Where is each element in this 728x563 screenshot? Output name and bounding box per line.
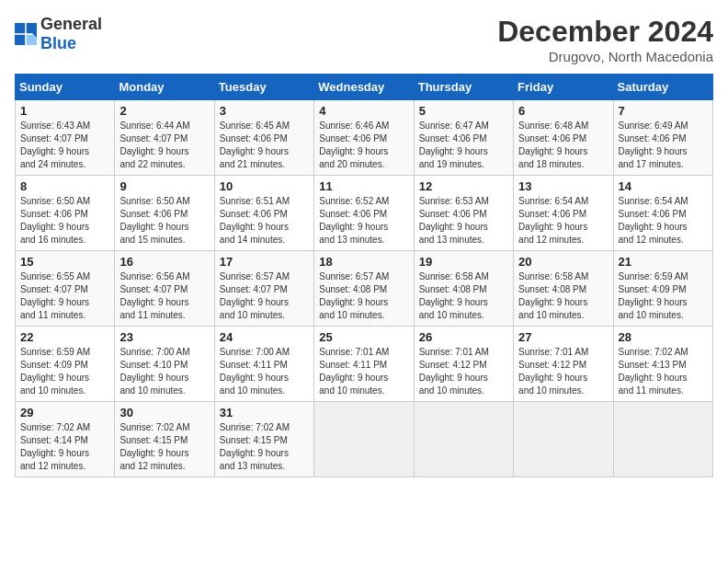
calendar-cell: [414, 402, 513, 477]
logo-text-wrapper: General Blue: [40, 15, 102, 53]
day-info: Sunrise: 6:57 AMSunset: 4:07 PMDaylight:…: [220, 270, 309, 322]
calendar-cell: 21Sunrise: 6:59 AMSunset: 4:09 PMDayligh…: [613, 251, 712, 327]
calendar-cell: 5Sunrise: 6:47 AMSunset: 4:06 PMDaylight…: [414, 100, 513, 176]
calendar-cell: 29Sunrise: 7:02 AMSunset: 4:14 PMDayligh…: [16, 402, 115, 477]
day-info: Sunrise: 6:57 AMSunset: 4:08 PMDaylight:…: [319, 270, 408, 322]
calendar-cell: 26Sunrise: 7:01 AMSunset: 4:12 PMDayligh…: [414, 327, 513, 402]
day-info: Sunrise: 7:02 AMSunset: 4:15 PMDaylight:…: [220, 421, 309, 473]
day-info: Sunrise: 6:46 AMSunset: 4:06 PMDaylight:…: [319, 120, 408, 171]
day-number: 27: [518, 330, 608, 344]
day-number: 23: [119, 330, 209, 344]
calendar-header-thursday: Thursday: [414, 75, 513, 100]
day-info: Sunrise: 7:01 AMSunset: 4:12 PMDaylight:…: [518, 346, 608, 397]
calendar-header-saturday: Saturday: [613, 75, 712, 100]
calendar-cell: 3Sunrise: 6:45 AMSunset: 4:06 PMDaylight…: [214, 100, 313, 176]
calendar-cell: 23Sunrise: 7:00 AMSunset: 4:10 PMDayligh…: [115, 327, 214, 402]
location-title: Drugovo, North Macedonia: [497, 49, 713, 64]
calendar-header-monday: Monday: [115, 75, 214, 100]
day-info: Sunrise: 6:59 AMSunset: 4:09 PMDaylight:…: [20, 346, 109, 397]
day-info: Sunrise: 6:50 AMSunset: 4:06 PMDaylight:…: [119, 195, 209, 247]
calendar-row: 15Sunrise: 6:55 AMSunset: 4:07 PMDayligh…: [16, 251, 713, 327]
calendar-cell: 2Sunrise: 6:44 AMSunset: 4:07 PMDaylight…: [115, 100, 214, 176]
calendar-header-friday: Friday: [514, 75, 613, 100]
day-number: 3: [220, 104, 309, 118]
calendar-row: 22Sunrise: 6:59 AMSunset: 4:09 PMDayligh…: [16, 327, 713, 402]
logo: General Blue: [15, 15, 102, 53]
calendar-row: 8Sunrise: 6:50 AMSunset: 4:06 PMDaylight…: [16, 176, 713, 251]
day-info: Sunrise: 7:01 AMSunset: 4:12 PMDaylight:…: [419, 346, 508, 397]
day-info: Sunrise: 7:02 AMSunset: 4:15 PMDaylight:…: [119, 421, 209, 473]
calendar-cell: 14Sunrise: 6:54 AMSunset: 4:06 PMDayligh…: [613, 176, 712, 251]
day-number: 14: [619, 179, 708, 193]
day-number: 2: [119, 104, 209, 118]
day-number: 5: [419, 104, 508, 118]
logo-icon: [15, 23, 37, 45]
calendar-cell: 22Sunrise: 6:59 AMSunset: 4:09 PMDayligh…: [16, 327, 115, 402]
day-info: Sunrise: 7:00 AMSunset: 4:10 PMDaylight:…: [119, 346, 209, 397]
calendar-header-sunday: Sunday: [16, 75, 115, 100]
calendar-cell: 9Sunrise: 6:50 AMSunset: 4:06 PMDaylight…: [115, 176, 214, 251]
calendar-cell: 6Sunrise: 6:48 AMSunset: 4:06 PMDaylight…: [514, 100, 613, 176]
day-number: 16: [119, 255, 209, 269]
day-number: 19: [419, 255, 508, 269]
day-number: 11: [319, 179, 408, 193]
day-info: Sunrise: 7:01 AMSunset: 4:11 PMDaylight:…: [319, 346, 408, 397]
header: General Blue December 2024 Drugovo, Nort…: [15, 15, 713, 64]
day-info: Sunrise: 6:52 AMSunset: 4:06 PMDaylight:…: [319, 195, 408, 247]
day-number: 4: [319, 104, 408, 118]
day-number: 8: [20, 179, 109, 193]
day-number: 21: [619, 255, 708, 269]
day-number: 25: [319, 330, 408, 344]
svg-rect-3: [27, 35, 37, 45]
day-info: Sunrise: 6:54 AMSunset: 4:06 PMDaylight:…: [518, 195, 608, 247]
calendar-cell: 7Sunrise: 6:49 AMSunset: 4:06 PMDaylight…: [613, 100, 712, 176]
day-number: 12: [419, 179, 508, 193]
day-number: 17: [220, 255, 309, 269]
svg-rect-2: [15, 35, 25, 45]
calendar-cell: 31Sunrise: 7:02 AMSunset: 4:15 PMDayligh…: [214, 402, 313, 477]
calendar-cell: [314, 402, 414, 477]
calendar-row: 29Sunrise: 7:02 AMSunset: 4:14 PMDayligh…: [16, 402, 713, 477]
day-info: Sunrise: 7:02 AMSunset: 4:13 PMDaylight:…: [619, 346, 708, 397]
day-info: Sunrise: 6:45 AMSunset: 4:06 PMDaylight:…: [220, 120, 309, 171]
day-info: Sunrise: 6:49 AMSunset: 4:06 PMDaylight:…: [619, 120, 708, 171]
svg-rect-0: [15, 23, 25, 33]
calendar-table: SundayMondayTuesdayWednesdayThursdayFrid…: [15, 74, 713, 477]
day-info: Sunrise: 6:54 AMSunset: 4:06 PMDaylight:…: [619, 195, 708, 247]
day-info: Sunrise: 7:02 AMSunset: 4:14 PMDaylight:…: [20, 421, 109, 473]
day-number: 6: [518, 104, 608, 118]
day-number: 24: [220, 330, 309, 344]
day-number: 9: [119, 179, 209, 193]
calendar-cell: 20Sunrise: 6:58 AMSunset: 4:08 PMDayligh…: [514, 251, 613, 327]
day-info: Sunrise: 6:50 AMSunset: 4:06 PMDaylight:…: [20, 195, 109, 247]
day-info: Sunrise: 6:55 AMSunset: 4:07 PMDaylight:…: [20, 270, 109, 322]
calendar-header-row: SundayMondayTuesdayWednesdayThursdayFrid…: [16, 75, 713, 100]
day-info: Sunrise: 6:59 AMSunset: 4:09 PMDaylight:…: [619, 270, 708, 322]
calendar-cell: 24Sunrise: 7:00 AMSunset: 4:11 PMDayligh…: [214, 327, 313, 402]
calendar-cell: 4Sunrise: 6:46 AMSunset: 4:06 PMDaylight…: [314, 100, 414, 176]
day-number: 22: [20, 330, 109, 344]
calendar-cell: 17Sunrise: 6:57 AMSunset: 4:07 PMDayligh…: [214, 251, 313, 327]
calendar-header-wednesday: Wednesday: [314, 75, 414, 100]
calendar-cell: 27Sunrise: 7:01 AMSunset: 4:12 PMDayligh…: [514, 327, 613, 402]
title-area: December 2024 Drugovo, North Macedonia: [497, 15, 713, 64]
day-number: 18: [319, 255, 408, 269]
calendar-cell: 25Sunrise: 7:01 AMSunset: 4:11 PMDayligh…: [314, 327, 414, 402]
day-info: Sunrise: 6:51 AMSunset: 4:06 PMDaylight:…: [220, 195, 309, 247]
day-info: Sunrise: 6:58 AMSunset: 4:08 PMDaylight:…: [419, 270, 508, 322]
day-info: Sunrise: 6:43 AMSunset: 4:07 PMDaylight:…: [20, 120, 109, 171]
calendar-cell: 11Sunrise: 6:52 AMSunset: 4:06 PMDayligh…: [314, 176, 414, 251]
day-info: Sunrise: 7:00 AMSunset: 4:11 PMDaylight:…: [220, 346, 309, 397]
day-info: Sunrise: 6:48 AMSunset: 4:06 PMDaylight:…: [518, 120, 608, 171]
calendar-cell: 19Sunrise: 6:58 AMSunset: 4:08 PMDayligh…: [414, 251, 513, 327]
day-number: 26: [419, 330, 508, 344]
calendar-cell: 8Sunrise: 6:50 AMSunset: 4:06 PMDaylight…: [16, 176, 115, 251]
calendar-cell: 12Sunrise: 6:53 AMSunset: 4:06 PMDayligh…: [414, 176, 513, 251]
calendar-cell: 16Sunrise: 6:56 AMSunset: 4:07 PMDayligh…: [115, 251, 214, 327]
day-number: 1: [20, 104, 109, 118]
day-number: 31: [220, 406, 309, 419]
logo-general: General: [40, 15, 102, 33]
day-info: Sunrise: 6:53 AMSunset: 4:06 PMDaylight:…: [419, 195, 508, 247]
month-title: December 2024: [497, 15, 713, 49]
calendar-cell: [514, 402, 613, 477]
